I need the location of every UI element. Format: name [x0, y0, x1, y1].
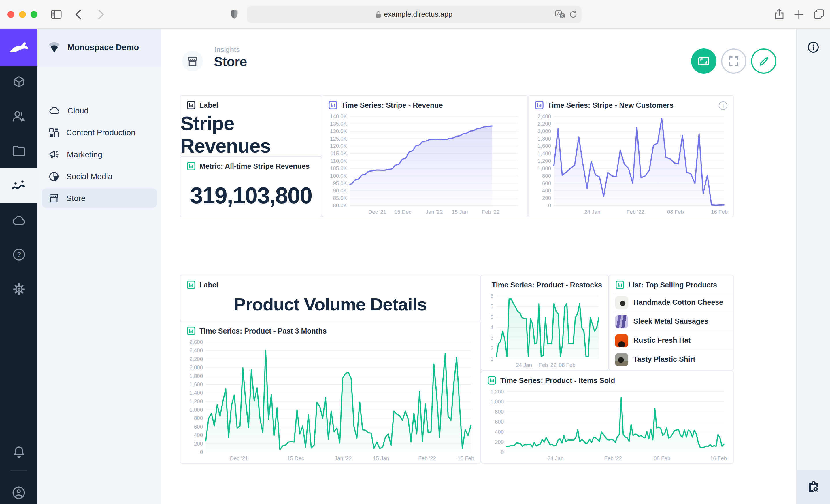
- panel-title: Time Series: Product - Past 3 Months: [199, 327, 326, 335]
- past-3-months-chart: 2,6002,4002,2002,0001,8001,6001,4001,200…: [183, 339, 476, 462]
- address-bar[interactable]: example.directus.app A文: [247, 6, 582, 23]
- right-sidebar: [796, 29, 830, 504]
- panel-timeseries-past-3-months[interactable]: Time Series: Product - Past 3 Months 2,6…: [180, 321, 481, 464]
- svg-text:Feb '22: Feb '22: [604, 455, 622, 461]
- sidebar-item-label: Content Production: [66, 128, 135, 137]
- reload-icon[interactable]: [570, 10, 577, 19]
- module-content-icon[interactable]: [0, 65, 37, 99]
- restocks-chart: 655432124 JanFeb '2208 Feb: [484, 293, 604, 369]
- svg-text:?: ?: [17, 250, 21, 258]
- panel-timeseries-stripe-revenue[interactable]: Time Series: Stripe - Revenue 140.0K135.…: [322, 95, 528, 217]
- svg-text:95.0K: 95.0K: [333, 180, 347, 186]
- panel-type-icon: [328, 101, 337, 109]
- svg-text:85.0K: 85.0K: [333, 195, 347, 201]
- sidebar-item-social-media[interactable]: Social Media: [42, 166, 157, 186]
- info-button[interactable]: [807, 41, 819, 53]
- panel-type-icon: [187, 162, 195, 170]
- module-insights-icon[interactable]: [0, 168, 37, 203]
- svg-text:16 Feb: 16 Feb: [710, 455, 727, 461]
- svg-text:A: A: [557, 11, 560, 16]
- browser-toolbar: example.directus.app A文: [0, 0, 830, 29]
- panel-timeseries-restocks[interactable]: Time Series: Product - Restocks 65543212…: [481, 275, 609, 370]
- zoom-window-button[interactable]: [31, 11, 37, 18]
- module-users-icon[interactable]: [0, 99, 37, 134]
- svg-text:Dec '21: Dec '21: [230, 455, 248, 461]
- notifications-bell-icon[interactable]: [0, 435, 37, 469]
- svg-text:24 Jan: 24 Jan: [548, 455, 564, 461]
- panel-timeseries-items-sold[interactable]: Time Series: Product - Items Sold 1,2001…: [481, 370, 734, 464]
- panel-timeseries-new-customers[interactable]: Time Series: Stripe - New Customers i 2,…: [528, 95, 734, 217]
- svg-text:80.0K: 80.0K: [333, 202, 347, 208]
- svg-text:Jan '22: Jan '22: [334, 455, 352, 461]
- svg-text:800: 800: [542, 173, 551, 179]
- translate-icon[interactable]: A文: [555, 10, 565, 19]
- sidebar-item-content-production[interactable]: Content Production: [42, 123, 157, 142]
- close-window-button[interactable]: [7, 11, 14, 18]
- module-help-icon[interactable]: ?: [0, 237, 37, 272]
- megaphone-icon: [49, 150, 59, 159]
- svg-text:115.0K: 115.0K: [330, 150, 347, 156]
- svg-text:15 Feb: 15 Feb: [458, 455, 474, 461]
- project-name: Monospace Demo: [67, 43, 139, 52]
- directus-logo[interactable]: [0, 29, 37, 66]
- user-avatar-icon[interactable]: [0, 475, 37, 504]
- new-customers-chart: 2,4002,2002,0001,8001,6001,4001,2001,000…: [531, 113, 729, 215]
- svg-text:400: 400: [495, 429, 504, 435]
- panel-type-icon: [488, 376, 496, 385]
- svg-text:2,200: 2,200: [538, 121, 551, 127]
- minimize-window-button[interactable]: [19, 11, 26, 18]
- product-thumbnail: [615, 353, 628, 366]
- privacy-shield-icon[interactable]: [226, 6, 242, 22]
- module-files-icon[interactable]: [0, 134, 37, 168]
- svg-text:200: 200: [194, 441, 203, 447]
- svg-text:1,600: 1,600: [189, 381, 203, 388]
- svg-text:800: 800: [495, 409, 504, 415]
- panel-info-icon[interactable]: i: [719, 101, 727, 110]
- activity-log-button[interactable]: [797, 470, 830, 504]
- svg-text:Feb '22: Feb '22: [539, 362, 556, 368]
- forward-button[interactable]: [93, 6, 109, 22]
- svg-text:90.0K: 90.0K: [333, 188, 347, 194]
- svg-text:135.0K: 135.0K: [330, 121, 347, 127]
- svg-text:5: 5: [490, 303, 493, 309]
- sidebar-item-cloud[interactable]: Cloud: [42, 101, 157, 121]
- share-icon[interactable]: [775, 9, 784, 20]
- sidebar-item-label: Marketing: [67, 150, 102, 159]
- list-item[interactable]: Handmade Cotton Cheese: [615, 293, 733, 312]
- panel-title: Time Series: Stripe - Revenue: [341, 101, 443, 109]
- window-controls: [7, 11, 37, 18]
- sidebar-item-store[interactable]: Store: [42, 188, 157, 208]
- panel-label-product-volume[interactable]: Label Product Volume Details: [180, 275, 481, 322]
- edit-dashboard-button[interactable]: [751, 48, 776, 74]
- project-chooser[interactable]: Monospace Demo: [37, 29, 161, 66]
- list-item[interactable]: Rustic Fresh Hat: [615, 331, 733, 349]
- back-button[interactable]: [70, 6, 86, 22]
- sidebar-toggle-icon[interactable]: [48, 6, 64, 22]
- product-thumbnail: [615, 296, 628, 309]
- new-tab-icon[interactable]: [794, 9, 803, 19]
- panel-list-top-selling-products[interactable]: List: Top Selling Products Handmade Cott…: [609, 275, 734, 370]
- svg-text:6: 6: [490, 293, 493, 299]
- product-name: Rustic Fresh Hat: [634, 336, 691, 344]
- product-name: Tasty Plastic Shirt: [634, 356, 695, 364]
- list-item[interactable]: Sleek Metal Sausages: [615, 312, 733, 331]
- stripe-revenue-chart: 140.0K135.0K130.0K125.0K120.0K115.0K110.…: [324, 113, 523, 215]
- svg-text:15 Jan: 15 Jan: [373, 455, 389, 461]
- zen-mode-button[interactable]: [691, 48, 716, 74]
- svg-text:1,600: 1,600: [538, 143, 551, 149]
- svg-text:200: 200: [495, 439, 504, 445]
- sidebar-item-marketing[interactable]: Marketing: [42, 144, 157, 164]
- panel-label-stripe[interactable]: Label Stripe Revenues: [180, 95, 322, 157]
- label-text: Stripe Revenues: [181, 113, 322, 156]
- module-cloud-icon[interactable]: [0, 203, 37, 237]
- panel-metric-stripe-revenues[interactable]: Metric: All-time Stripe Revenues 319,103…: [180, 156, 322, 217]
- list-item[interactable]: Tasty Plastic Shirt: [615, 349, 733, 369]
- module-settings-icon[interactable]: [0, 272, 37, 306]
- panel-type-icon: [535, 101, 544, 109]
- tab-overview-icon[interactable]: [814, 9, 824, 19]
- svg-text:1,800: 1,800: [189, 373, 203, 379]
- svg-text:100.0K: 100.0K: [330, 173, 347, 179]
- storefront-icon: [187, 56, 198, 66]
- breadcrumb[interactable]: Insights: [215, 46, 240, 53]
- fullscreen-button[interactable]: [721, 48, 746, 74]
